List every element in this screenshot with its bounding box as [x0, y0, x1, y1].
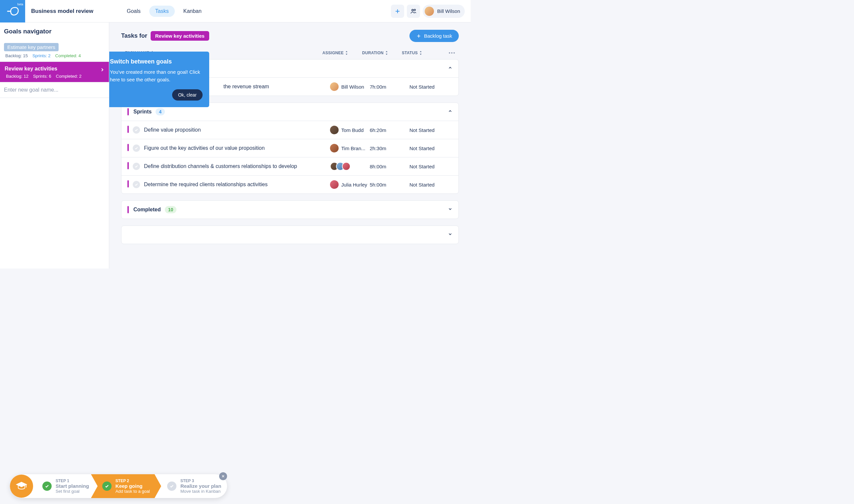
task-assignee: Bill Wilson — [330, 82, 370, 91]
section-title: Sprints — [134, 109, 152, 115]
section-collapsed — [121, 226, 459, 244]
tab-tasks[interactable]: Tasks — [149, 6, 175, 17]
stat-backlog: Backlog: 15 — [5, 53, 28, 58]
column-duration[interactable]: DURATION — [362, 51, 402, 55]
new-goal-input[interactable]: Enter new goal name... — [0, 82, 109, 98]
task-check[interactable] — [133, 126, 140, 133]
task-duration: 8h:00m — [370, 164, 409, 169]
check-icon — [134, 183, 138, 186]
task-accent-bar — [127, 180, 129, 187]
task-accent-bar — [127, 126, 129, 133]
task-status: Not Started — [409, 145, 453, 151]
stat-backlog: Backlog: 12 — [6, 74, 29, 79]
task-name: Define value proposition — [144, 127, 330, 133]
app-header: beta Business model review Goals Tasks K… — [0, 0, 471, 22]
section-completed: Completed 10 — [121, 200, 459, 219]
stat-completed: Completed: 2 — [56, 74, 82, 79]
task-duration: 6h:20m — [370, 127, 409, 133]
svg-point-2 — [449, 52, 450, 54]
goal-item-active[interactable]: Review key activities Backlog: 12 Sprint… — [0, 61, 109, 82]
task-status: Not Started — [409, 127, 453, 133]
backlog-task-label: Backlog task — [424, 33, 452, 39]
goal-name: Estimate key partners — [4, 43, 58, 51]
goal-stats: Backlog: 12 Sprints: 6 Completed: 2 — [5, 74, 105, 79]
plus-icon — [394, 8, 401, 15]
tab-kanban[interactable]: Kanban — [177, 6, 208, 17]
task-duration: 2h:30m — [370, 145, 409, 151]
task-check[interactable] — [133, 181, 140, 188]
task-row[interactable]: Figure out the key activities of our val… — [121, 139, 458, 157]
plus-icon — [416, 33, 421, 39]
tooltip-body: You've created more than one goal! Click… — [110, 69, 203, 83]
task-check[interactable] — [133, 163, 140, 170]
beta-label: beta — [17, 3, 23, 6]
column-assignee[interactable]: ASSIGNEE — [323, 51, 362, 55]
goal-item-inactive[interactable]: Estimate key partners Backlog: 15 Sprint… — [0, 40, 109, 61]
tooltip-title: Switch between goals — [110, 58, 203, 65]
avatar — [330, 126, 338, 134]
task-assignee: Tom Budd — [330, 126, 370, 134]
check-icon — [134, 164, 138, 168]
task-duration: 7h:00m — [370, 84, 409, 90]
task-row[interactable]: Define distribution channels & customers… — [121, 157, 458, 175]
avatar — [330, 180, 338, 189]
tab-goals[interactable]: Goals — [121, 6, 146, 17]
task-accent-bar — [127, 162, 129, 169]
task-status: Not Started — [409, 164, 453, 169]
sort-icon — [419, 51, 422, 55]
task-row[interactable]: Define value proposition Tom Budd 6h:20m… — [121, 121, 458, 139]
check-icon — [134, 146, 138, 150]
chevron-up-icon — [448, 109, 453, 115]
team-button[interactable] — [407, 5, 420, 18]
backlog-task-button[interactable]: Backlog task — [409, 30, 459, 42]
section-title: Completed — [134, 207, 161, 213]
task-status: Not Started — [409, 84, 453, 90]
sort-icon — [345, 51, 348, 55]
main-header: Tasks for Review key activities Backlog … — [121, 30, 459, 42]
goal-stats: Backlog: 15 Sprints: 2 Completed: 4 — [4, 53, 105, 58]
column-menu[interactable] — [445, 51, 455, 55]
nav-tabs: Goals Tasks Kanban — [109, 6, 208, 17]
task-accent-bar — [127, 144, 129, 151]
sidebar: Goals navigator Estimate key partners Ba… — [0, 22, 109, 269]
project-title: Business model review — [25, 8, 109, 15]
avatar — [342, 162, 350, 170]
count-badge: 10 — [165, 206, 177, 213]
stat-sprints: Sprints: 6 — [33, 74, 51, 79]
people-icon — [410, 8, 417, 15]
goal-name: Review key activities — [5, 66, 105, 72]
dots-icon — [449, 52, 455, 54]
task-duration: 5h:00m — [370, 182, 409, 187]
add-button[interactable] — [391, 5, 404, 18]
task-name: Define distribution channels & customers… — [144, 163, 330, 169]
avatar — [330, 82, 338, 91]
main-content: Switch between goals You've created more… — [109, 22, 471, 269]
task-assignee: Tim Bran... — [330, 144, 370, 152]
column-status[interactable]: STATUS — [402, 51, 445, 55]
app-logo[interactable]: beta — [0, 0, 25, 22]
chevron-down-icon — [448, 207, 453, 213]
chevron-right-icon — [100, 67, 105, 72]
check-icon — [134, 128, 138, 132]
task-status: Not Started — [409, 182, 453, 187]
onboarding-tooltip: Switch between goals You've created more… — [109, 52, 209, 107]
svg-point-0 — [412, 9, 414, 11]
task-check[interactable] — [133, 145, 140, 152]
avatar — [330, 144, 338, 152]
section-header[interactable] — [121, 226, 458, 244]
chevron-down-icon — [448, 232, 453, 238]
user-menu[interactable]: Bill Wilson — [423, 5, 465, 18]
sort-icon — [385, 51, 388, 55]
section-header[interactable]: Completed 10 — [121, 201, 458, 219]
svg-point-3 — [451, 52, 453, 54]
chevron-up-icon — [448, 66, 453, 71]
section-accent-bar — [127, 108, 129, 115]
tasks-for-label: Tasks for — [121, 32, 147, 39]
task-name: Figure out the key activities of our val… — [144, 145, 330, 151]
task-assignee — [330, 162, 370, 170]
tooltip-dismiss-button[interactable]: Ok, clear — [172, 89, 203, 101]
count-badge: 4 — [156, 108, 165, 115]
current-goal-pill: Review key activities — [151, 31, 209, 41]
stat-sprints: Sprints: 2 — [32, 53, 51, 58]
task-row[interactable]: Determine the required clients relations… — [121, 175, 458, 194]
